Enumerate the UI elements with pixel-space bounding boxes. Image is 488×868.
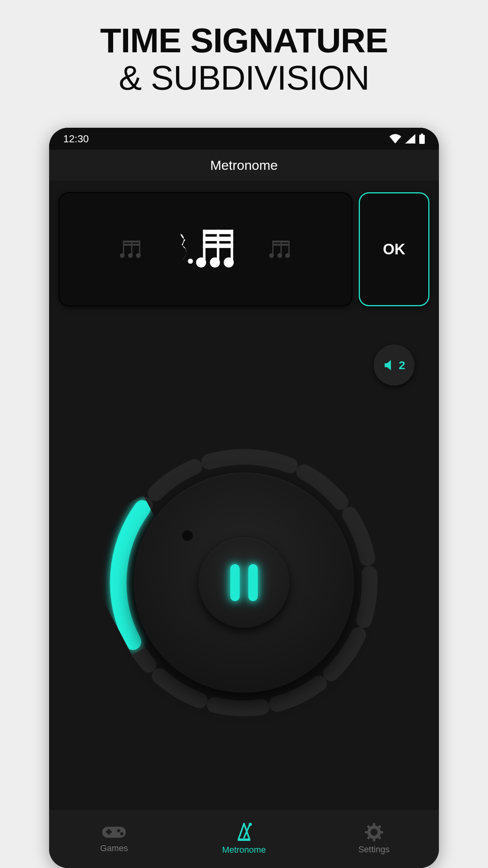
svg-rect-0 (419, 135, 425, 144)
nav-label: Metronome (222, 845, 266, 855)
beamed-notes-icon (119, 239, 143, 258)
svg-rect-39 (365, 831, 369, 833)
dial-knob[interactable] (134, 473, 354, 693)
svg-rect-40 (379, 831, 383, 833)
tempo-dial[interactable] (99, 437, 389, 728)
subdivision-option-next (268, 239, 292, 259)
nav-label: Games (100, 843, 128, 853)
metronome-icon (235, 823, 253, 842)
svg-rect-1 (421, 134, 423, 135)
svg-point-25 (269, 253, 274, 258)
svg-rect-16 (231, 230, 233, 260)
pause-icon (248, 564, 258, 601)
svg-rect-31 (108, 829, 110, 835)
svg-rect-6 (139, 241, 140, 255)
main-content: OK 2 (49, 180, 439, 809)
nav-label: Settings (358, 844, 390, 855)
svg-point-19 (224, 257, 234, 268)
svg-rect-22 (272, 241, 273, 255)
gamepad-icon (101, 824, 127, 840)
svg-rect-15 (217, 230, 219, 260)
svg-point-27 (285, 253, 290, 258)
app-bar: Metronome (49, 150, 439, 180)
svg-rect-29 (102, 827, 126, 838)
nav-games[interactable]: Games (49, 809, 179, 868)
status-time: 12:30 (63, 133, 89, 145)
svg-rect-34 (238, 839, 250, 841)
signal-icon (405, 134, 415, 143)
svg-point-17 (196, 257, 206, 268)
screen-title: Metronome (210, 158, 278, 173)
subdivision-carousel[interactable] (59, 192, 352, 306)
svg-point-33 (120, 832, 123, 835)
volume-button[interactable]: 2 (374, 345, 415, 386)
wifi-icon (389, 134, 401, 143)
svg-point-32 (117, 829, 120, 832)
subdivision-selector-row: OK (59, 192, 429, 306)
beamed-notes-icon (268, 239, 292, 258)
dial-indicator-dot (182, 530, 193, 541)
play-pause-button[interactable] (199, 537, 289, 628)
svg-rect-38 (373, 837, 375, 841)
svg-point-10 (188, 259, 193, 264)
nav-settings[interactable]: Settings (309, 809, 439, 868)
svg-point-36 (249, 823, 252, 826)
rest-and-notes-icon (174, 227, 237, 269)
gear-icon (365, 823, 383, 841)
status-icons (389, 134, 425, 144)
svg-point-9 (136, 253, 141, 258)
svg-rect-23 (281, 241, 282, 255)
phone-frame: 12:30 Metronome (49, 128, 439, 868)
svg-rect-14 (203, 230, 205, 260)
nav-metronome[interactable]: Metronome (179, 809, 309, 868)
pause-icon (230, 564, 240, 601)
promo-heading: TIME SIGNATURE & SUBDIVISION (100, 22, 388, 96)
promo-line1: TIME SIGNATURE (100, 21, 388, 60)
svg-rect-4 (123, 241, 124, 255)
svg-point-7 (120, 253, 125, 258)
svg-rect-5 (131, 241, 132, 255)
svg-point-8 (128, 253, 133, 258)
ok-label: OK (383, 241, 405, 258)
bottom-nav: Games Metronome (49, 809, 439, 868)
subdivision-option-selected (174, 227, 237, 271)
ok-button[interactable]: OK (359, 192, 429, 306)
status-bar: 12:30 (49, 128, 439, 150)
speaker-icon (383, 359, 396, 372)
dial-area: 2 (59, 306, 429, 809)
svg-rect-37 (373, 823, 375, 827)
subdivision-option-prev (119, 239, 143, 259)
battery-icon (419, 134, 425, 144)
svg-point-26 (277, 253, 282, 258)
svg-rect-24 (288, 241, 290, 255)
svg-point-18 (210, 257, 220, 268)
promo-line2: & SUBDIVISION (119, 58, 369, 97)
volume-level: 2 (399, 359, 405, 372)
